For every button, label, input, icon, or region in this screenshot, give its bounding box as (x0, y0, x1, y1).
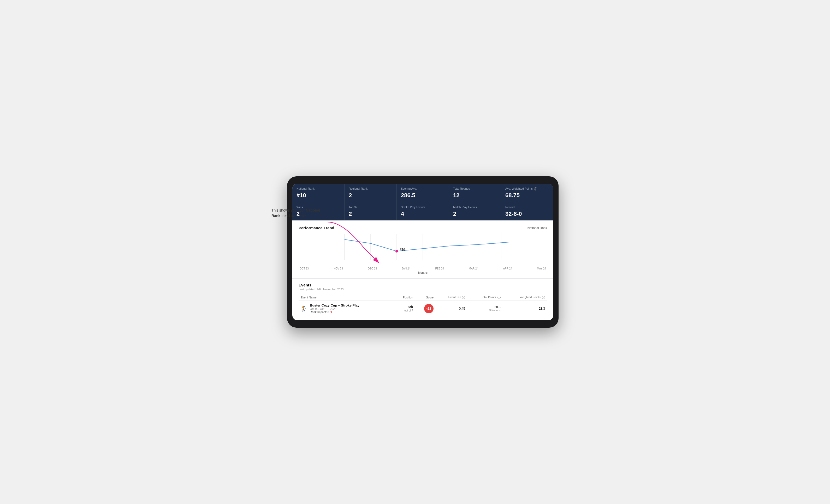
stat-regional-rank: Regional Rank 2 (345, 183, 397, 202)
stat-stroke-play-label: Stroke Play Events (401, 205, 445, 209)
stat-top3s-value: 2 (349, 210, 392, 217)
col-position: Position (393, 294, 415, 301)
stat-total-rounds-label: Total Rounds (453, 187, 497, 191)
table-row: 🏌️ Buster Cozy Cup – Stroke Play Oct 9 –… (298, 301, 547, 316)
chart-area: #10 (298, 234, 547, 266)
chart-section: Performance Trend National Rank (292, 221, 553, 279)
stat-match-play-value: 2 (453, 210, 497, 217)
position-sub: out of 7 (395, 309, 413, 312)
stat-stroke-play: Stroke Play Events 4 (397, 202, 449, 221)
stats-row1: National Rank #10 Regional Rank 2 Scorin… (292, 183, 553, 202)
stat-total-rounds-value: 12 (453, 192, 497, 199)
x-label-nov23: NOV 23 (333, 267, 343, 270)
score-badge: -22 (424, 304, 434, 313)
event-date: Oct 9 – Oct 10, 2023 (310, 307, 359, 310)
stat-national-rank: National Rank #10 (292, 183, 345, 202)
x-label-feb24: FEB 24 (435, 267, 444, 270)
col-score: Score (415, 294, 436, 301)
golf-icon: 🏌️ (301, 305, 307, 312)
chart-title: Performance Trend (298, 226, 334, 230)
x-label-mar24: MAR 24 (469, 267, 478, 270)
stat-record: Record 32-8-0 (501, 202, 553, 221)
chart-legend: National Rank (528, 226, 547, 230)
stat-scoring-avg-value: 286.5 (401, 192, 445, 199)
stats-row2: Wins 2 Top 3s 2 Stroke Play Events 4 Mat… (292, 202, 553, 221)
event-sg-value: 0.45 (459, 307, 465, 310)
stat-total-rounds: Total Rounds 12 (449, 183, 501, 202)
stat-scoring-avg-label: Scoring Avg. (401, 187, 445, 191)
chart-datalabel: #10 (400, 248, 405, 251)
event-name: Buster Cozy Cup – Stroke Play (310, 303, 359, 307)
stat-regional-rank-value: 2 (349, 192, 392, 199)
stat-match-play-label: Match Play Events (453, 205, 497, 209)
total-rounds: 3 Rounds (469, 309, 501, 312)
events-table-body: 🏌️ Buster Cozy Cup – Stroke Play Oct 9 –… (298, 301, 547, 316)
total-points-value: 28.3 (469, 305, 501, 309)
stat-national-rank-label: National Rank (296, 187, 340, 191)
x-label-apr24: APR 24 (503, 267, 512, 270)
stat-regional-rank-label: Regional Rank (349, 187, 392, 191)
x-axis-labels: OCT 23 NOV 23 DEC 23 JAN 24 FEB 24 MAR 2… (298, 267, 547, 270)
event-total-points-cell: 28.3 3 Rounds (467, 301, 503, 316)
event-info-cell: 🏌️ Buster Cozy Cup – Stroke Play Oct 9 –… (298, 301, 393, 316)
info-icon-wp: i (542, 296, 545, 299)
chart-header: Performance Trend National Rank (298, 226, 547, 230)
events-subtitle: Last updated: 24th November 2023 (298, 288, 547, 291)
stat-stroke-play-value: 4 (401, 210, 445, 217)
info-icon-weighted: i (534, 187, 537, 191)
weighted-points-value: 28.3 (539, 307, 545, 310)
stat-record-label: Record (505, 205, 549, 209)
col-event-name: Event Name (298, 294, 393, 301)
stat-top3s: Top 3s 2 (345, 202, 397, 221)
col-event-sg: Event SG i (436, 294, 467, 301)
event-score-cell: -22 (415, 301, 436, 316)
x-label-jan24: JAN 24 (402, 267, 410, 270)
annotation: This shows you your National Rank trend … (272, 208, 324, 219)
stat-avg-weighted-points: Avg. Weighted Points i 68.75 (501, 183, 553, 202)
chart-datapoint (395, 250, 398, 253)
events-title: Events (298, 283, 547, 287)
events-table-header: Event Name Position Score Event SG i (298, 294, 547, 301)
events-section: Events Last updated: 24th November 2023 … (292, 279, 553, 321)
info-icon-total-points: i (498, 296, 501, 299)
stat-top3s-label: Top 3s (349, 205, 392, 209)
annotation-text-after: trend over time (280, 214, 306, 218)
stat-national-rank-value: #10 (296, 192, 340, 199)
stat-match-play: Match Play Events 2 (449, 202, 501, 221)
stat-avg-weighted-value: 68.75 (505, 192, 549, 199)
event-position-cell: 6th out of 7 (393, 301, 415, 316)
event-sg-cell: 0.45 (436, 301, 467, 316)
stat-record-value: 32-8-0 (505, 210, 549, 217)
stat-avg-weighted-label: Avg. Weighted Points i (505, 187, 549, 191)
position-value: 6th (395, 305, 413, 309)
stat-scoring-avg: Scoring Avg. 286.5 (397, 183, 449, 202)
x-label-oct23: OCT 23 (300, 267, 309, 270)
x-label-dec23: DEC 23 (368, 267, 377, 270)
event-weighted-points-cell: 28.3 (503, 301, 547, 316)
x-label-may24: MAY 24 (537, 267, 546, 270)
tablet: National Rank #10 Regional Rank 2 Scorin… (287, 176, 558, 328)
tablet-screen: National Rank #10 Regional Rank 2 Scorin… (292, 183, 553, 321)
x-axis-title: Months (298, 271, 547, 274)
event-impact: Rank Impact: 3 ▼ (310, 310, 359, 313)
col-weighted-points: Weighted Points i (503, 294, 547, 301)
chart-svg: #10 (298, 234, 547, 266)
events-table: Event Name Position Score Event SG i (298, 294, 547, 316)
annotation-text-before: This shows you your (272, 208, 306, 212)
info-icon-sg: i (462, 296, 465, 299)
rank-impact-arrow: ▼ (330, 310, 333, 313)
col-total-points: Total Points i (467, 294, 503, 301)
